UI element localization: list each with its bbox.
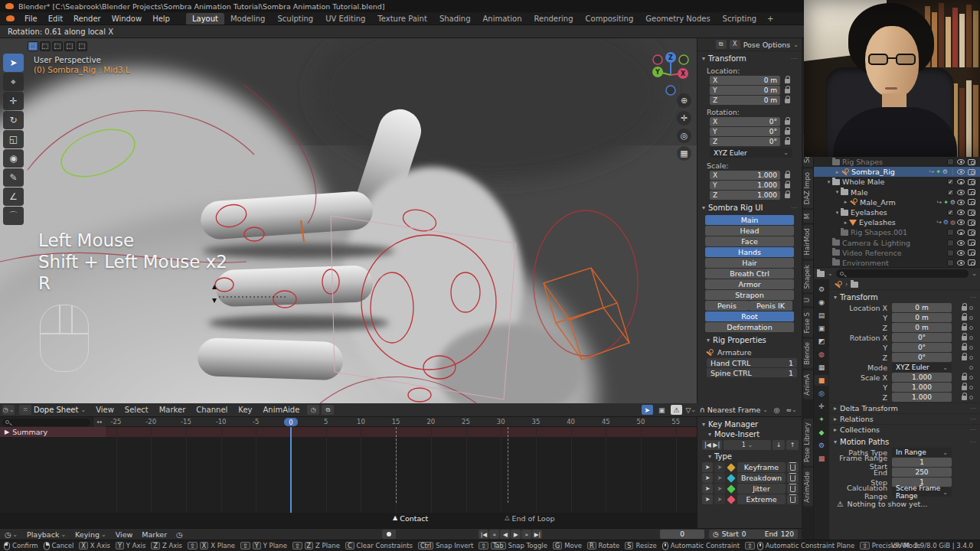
pan-icon[interactable]: ✛ [677,111,691,126]
tool-annotate-icon[interactable]: ✎ [3,168,24,187]
select-mode-tweak-icon[interactable] [28,41,38,51]
delete-keytype-button[interactable] [787,494,799,504]
workspace-tab-modeling[interactable]: Modeling [224,13,272,24]
lock-icon[interactable] [785,140,790,145]
exclude-checkbox[interactable] [947,229,954,236]
render-toggle[interactable] [966,210,977,216]
sidebar-tab-hairmod[interactable]: HairMod [803,224,813,259]
play-reverse-button[interactable]: ◀ [500,530,510,539]
lock-icon[interactable] [962,316,967,321]
expander-icon[interactable]: ▸ [842,199,849,205]
outliner-row-male[interactable]: ▾Male✓ [814,187,980,197]
action-icon[interactable]: ↪ [936,219,942,226]
deselect-cursor-icon[interactable]: ➤ [714,484,725,494]
timeline-menu-view[interactable]: View [111,530,138,539]
motion-paths-end-field[interactable]: 250 [892,468,952,477]
constraint-icon[interactable]: ⚙ [942,168,948,175]
add-workspace-button[interactable]: + [763,15,778,23]
transform-panel-header[interactable]: ▾ Transform ⋯ [697,51,802,64]
panel-grip-icon[interactable]: ⋯ [970,426,976,433]
workspace-tab-uv-editing[interactable]: UV Editing [319,13,371,24]
rig-button-root[interactable]: Root [705,311,794,321]
properties-tab-tool[interactable]: ⚙ [815,284,828,295]
menu-help[interactable]: Help [147,14,175,24]
current-frame-field[interactable]: 0 [660,530,704,539]
object-transform-scale-x-field[interactable]: 1.000 [892,373,952,382]
current-frame-line[interactable] [290,427,292,517]
hide-toggle[interactable] [956,210,966,215]
hide-toggle[interactable] [956,250,966,256]
scale-y-field[interactable]: Y1.000 [710,181,780,190]
sidebar-tab-fuse-s[interactable]: Fuse S [803,308,813,337]
object-transform-z-field[interactable]: 0° [892,353,952,362]
pose-x-mirror-button[interactable]: X [730,40,740,49]
select-cursor-icon[interactable]: ➤ [702,494,713,504]
filter-funnel-icon[interactable]: ▽⌄ [685,405,697,415]
outliner-row-rig-shapes-001[interactable]: Rig Shapes.001 [814,227,980,237]
pose-icon[interactable]: ✦ [943,199,949,206]
gizmo-neg-z[interactable] [666,86,675,95]
viewport-canvas[interactable] [0,38,697,403]
keytype-label[interactable]: Breakdown [737,473,786,483]
properties-tab-collection[interactable]: ▦ [815,362,828,373]
keytype-label[interactable]: Keyframe [737,462,786,472]
action-icon[interactable]: ↪ [936,199,942,206]
sidebar-tab-u[interactable]: U [803,294,813,306]
render-toggle[interactable] [966,179,977,185]
object-transform-location-x-field[interactable]: 0 m [892,303,952,312]
dopesheet-tab-animaide[interactable]: AnimAide [803,468,813,507]
pose-icon[interactable]: ✦ [936,168,941,175]
hide-toggle[interactable] [956,260,966,266]
exclude-checkbox[interactable]: ✓ [947,189,954,196]
filter-chevron-icon[interactable]: ⌄ [972,270,977,277]
animate-dot[interactable] [969,306,973,310]
menu-edit[interactable]: Edit [43,14,68,24]
menu-window[interactable]: Window [106,14,147,24]
tool-move-icon[interactable]: ✛ [3,92,24,110]
properties-tab-bone-constraint[interactable]: ⚙ [815,440,828,451]
location-z-field[interactable]: Z0 m [710,96,780,105]
outliner-row-eyelashes[interactable]: ▾Eyelashes✓ [814,207,980,217]
render-toggle[interactable] [966,240,977,246]
rig-button-head[interactable]: Head [705,226,794,236]
rig-button-penis-ik[interactable]: Penis IK [749,301,792,311]
playback-sync-icon[interactable]: ◷ [307,405,319,415]
render-toggle[interactable] [966,199,977,205]
animate-dot[interactable] [969,316,973,320]
rotation-z-field[interactable]: Z0° [710,137,780,146]
hide-toggle[interactable] [956,190,966,195]
sidebar-tab-daz-impo[interactable]: DAZ Impo [803,168,813,208]
stopwatch-icon[interactable]: ◷ [172,530,187,539]
frame-range-group[interactable]: ◷ Start0 End120 [709,530,798,539]
workspace-tab-texture-paint[interactable]: Texture Paint [371,13,433,24]
hide-toggle[interactable] [956,179,966,184]
zoom-icon[interactable]: ⊕ [677,93,691,108]
jump-keyframe-buttons[interactable]: |◀ ▶| [702,440,722,450]
navigation-gizmo[interactable]: Z Y X [647,50,694,99]
object-transform-z-field[interactable]: 1.000 [892,393,952,402]
timeline-menu-playback[interactable]: Playback⌄ [22,530,70,539]
properties-tab-constraints[interactable]: ✛ [815,401,828,412]
warning-icon[interactable]: ⚠ [671,405,682,415]
select-cursor-icon[interactable]: ➤ [702,473,713,483]
lock-icon[interactable] [785,89,790,93]
record-button[interactable] [382,530,396,539]
dopesheet-menu-key[interactable]: Key [233,405,257,415]
workspace-tab-sculpting[interactable]: Sculpting [271,13,319,24]
dopesheet-menu-animaide[interactable]: AnimAide [258,405,305,415]
dots-icon[interactable]: ⋮ [949,168,956,175]
delete-keytype-button[interactable] [787,473,799,483]
properties-tab-physics[interactable]: ◎ [815,388,828,399]
tool-transform-icon[interactable]: ◉ [3,149,24,168]
falloff-curve-icon[interactable]: ≈⌄ [786,405,797,415]
timeline-marker-contact[interactable]: ▲Contact [393,514,428,523]
select-cursor-icon[interactable]: ➤ [702,462,713,472]
dopesheet-menu-select[interactable]: Select [119,405,154,415]
animate-dot[interactable] [969,356,973,360]
animate-dot[interactable] [969,396,973,399]
object-transform-y-field[interactable]: 1.000 [892,383,952,392]
dopesheet-menu-marker[interactable]: Marker [154,405,191,415]
object-transform-header[interactable]: ▾ Transform ⋯ [829,290,980,303]
exclude-checkbox[interactable] [947,249,954,256]
dopesheet-tab-pose-library[interactable]: Pose Library [803,419,813,466]
